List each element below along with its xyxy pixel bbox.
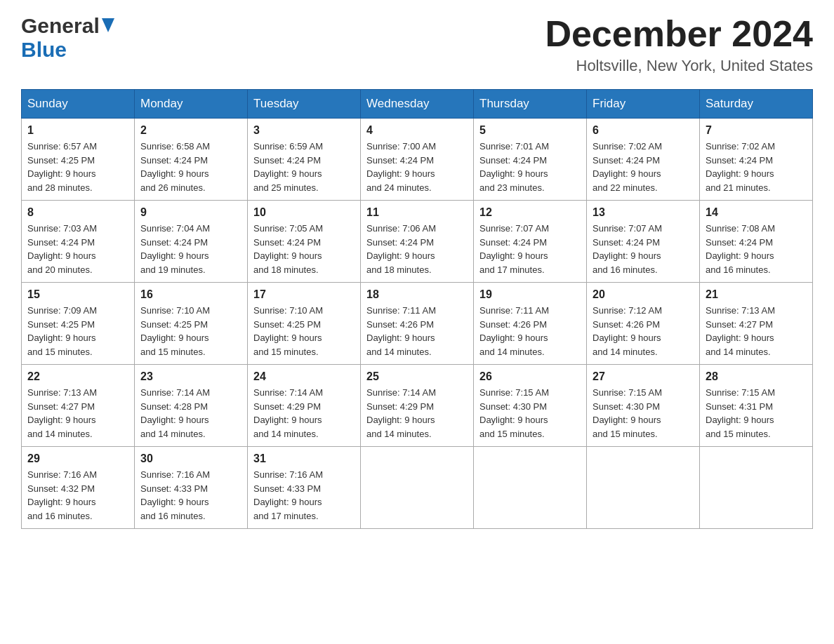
day-number: 18 bbox=[366, 288, 468, 301]
day-cell: 22 Sunrise: 7:13 AMSunset: 4:27 PMDaylig… bbox=[22, 365, 135, 447]
day-info: Sunrise: 7:13 AMSunset: 4:27 PMDaylight:… bbox=[706, 305, 775, 357]
day-cell bbox=[700, 447, 813, 529]
day-info: Sunrise: 7:10 AMSunset: 4:25 PMDaylight:… bbox=[140, 305, 210, 357]
day-number: 1 bbox=[27, 124, 128, 137]
day-cell: 29 Sunrise: 7:16 AMSunset: 4:32 PMDaylig… bbox=[22, 447, 135, 529]
day-info: Sunrise: 6:58 AMSunset: 4:24 PMDaylight:… bbox=[140, 141, 210, 193]
day-number: 25 bbox=[366, 370, 468, 383]
month-title: December 2024 bbox=[545, 14, 813, 54]
day-cell: 12 Sunrise: 7:07 AMSunset: 4:24 PMDaylig… bbox=[474, 201, 587, 283]
day-cell: 28 Sunrise: 7:15 AMSunset: 4:31 PMDaylig… bbox=[700, 365, 813, 447]
day-info: Sunrise: 7:05 AMSunset: 4:24 PMDaylight:… bbox=[253, 223, 323, 275]
day-cell: 3 Sunrise: 6:59 AMSunset: 4:24 PMDayligh… bbox=[248, 119, 361, 201]
day-cell: 20 Sunrise: 7:12 AMSunset: 4:26 PMDaylig… bbox=[587, 283, 700, 365]
day-info: Sunrise: 7:09 AMSunset: 4:25 PMDaylight:… bbox=[27, 305, 97, 357]
day-cell: 24 Sunrise: 7:14 AMSunset: 4:29 PMDaylig… bbox=[248, 365, 361, 447]
day-info: Sunrise: 6:59 AMSunset: 4:24 PMDaylight:… bbox=[253, 141, 323, 193]
week-row-2: 8 Sunrise: 7:03 AMSunset: 4:24 PMDayligh… bbox=[22, 201, 813, 283]
day-number: 26 bbox=[479, 370, 581, 383]
day-cell: 11 Sunrise: 7:06 AMSunset: 4:24 PMDaylig… bbox=[361, 201, 474, 283]
day-info: Sunrise: 7:12 AMSunset: 4:26 PMDaylight:… bbox=[593, 305, 662, 357]
day-number: 31 bbox=[253, 452, 355, 465]
day-number: 2 bbox=[140, 124, 241, 137]
day-number: 28 bbox=[706, 370, 807, 383]
day-cell bbox=[474, 447, 587, 529]
day-number: 24 bbox=[253, 370, 355, 383]
column-header-friday: Friday bbox=[587, 90, 700, 119]
day-number: 30 bbox=[140, 452, 241, 465]
day-number: 22 bbox=[27, 370, 128, 383]
day-cell: 14 Sunrise: 7:08 AMSunset: 4:24 PMDaylig… bbox=[700, 201, 813, 283]
header-row: SundayMondayTuesdayWednesdayThursdayFrid… bbox=[22, 90, 813, 119]
day-info: Sunrise: 7:02 AMSunset: 4:24 PMDaylight:… bbox=[706, 141, 775, 193]
page-header: General Blue December 2024 Holtsville, N… bbox=[21, 14, 813, 75]
week-row-3: 15 Sunrise: 7:09 AMSunset: 4:25 PMDaylig… bbox=[22, 283, 813, 365]
day-number: 19 bbox=[479, 288, 581, 301]
day-info: Sunrise: 7:07 AMSunset: 4:24 PMDaylight:… bbox=[593, 223, 662, 275]
day-number: 17 bbox=[253, 288, 355, 301]
day-cell: 23 Sunrise: 7:14 AMSunset: 4:28 PMDaylig… bbox=[135, 365, 248, 447]
day-info: Sunrise: 7:11 AMSunset: 4:26 PMDaylight:… bbox=[479, 305, 549, 357]
day-number: 14 bbox=[706, 206, 807, 219]
day-cell bbox=[587, 447, 700, 529]
day-info: Sunrise: 7:14 AMSunset: 4:28 PMDaylight:… bbox=[140, 387, 210, 439]
svg-marker-0 bbox=[102, 18, 114, 32]
day-cell: 30 Sunrise: 7:16 AMSunset: 4:33 PMDaylig… bbox=[135, 447, 248, 529]
day-info: Sunrise: 7:15 AMSunset: 4:30 PMDaylight:… bbox=[593, 387, 662, 439]
day-info: Sunrise: 7:14 AMSunset: 4:29 PMDaylight:… bbox=[253, 387, 323, 439]
day-number: 9 bbox=[140, 206, 241, 219]
week-row-4: 22 Sunrise: 7:13 AMSunset: 4:27 PMDaylig… bbox=[22, 365, 813, 447]
day-cell: 17 Sunrise: 7:10 AMSunset: 4:25 PMDaylig… bbox=[248, 283, 361, 365]
day-info: Sunrise: 7:07 AMSunset: 4:24 PMDaylight:… bbox=[479, 223, 549, 275]
day-cell: 7 Sunrise: 7:02 AMSunset: 4:24 PMDayligh… bbox=[700, 119, 813, 201]
day-cell: 10 Sunrise: 7:05 AMSunset: 4:24 PMDaylig… bbox=[248, 201, 361, 283]
day-number: 21 bbox=[706, 288, 807, 301]
day-cell: 25 Sunrise: 7:14 AMSunset: 4:29 PMDaylig… bbox=[361, 365, 474, 447]
title-area: December 2024 Holtsville, New York, Unit… bbox=[545, 14, 813, 75]
day-info: Sunrise: 7:16 AMSunset: 4:33 PMDaylight:… bbox=[253, 469, 323, 521]
day-info: Sunrise: 7:06 AMSunset: 4:24 PMDaylight:… bbox=[366, 223, 436, 275]
day-info: Sunrise: 7:03 AMSunset: 4:24 PMDaylight:… bbox=[27, 223, 97, 275]
day-info: Sunrise: 7:04 AMSunset: 4:24 PMDaylight:… bbox=[140, 223, 210, 275]
column-header-thursday: Thursday bbox=[474, 90, 587, 119]
week-row-5: 29 Sunrise: 7:16 AMSunset: 4:32 PMDaylig… bbox=[22, 447, 813, 529]
day-cell bbox=[361, 447, 474, 529]
day-info: Sunrise: 7:15 AMSunset: 4:31 PMDaylight:… bbox=[706, 387, 775, 439]
day-number: 11 bbox=[366, 206, 468, 219]
day-number: 15 bbox=[27, 288, 128, 301]
day-cell: 5 Sunrise: 7:01 AMSunset: 4:24 PMDayligh… bbox=[474, 119, 587, 201]
day-number: 4 bbox=[366, 124, 468, 137]
day-number: 10 bbox=[253, 206, 355, 219]
logo-arrow-icon bbox=[102, 18, 114, 34]
day-info: Sunrise: 7:10 AMSunset: 4:25 PMDaylight:… bbox=[253, 305, 323, 357]
day-number: 7 bbox=[706, 124, 807, 137]
day-number: 6 bbox=[593, 124, 694, 137]
day-info: Sunrise: 7:11 AMSunset: 4:26 PMDaylight:… bbox=[366, 305, 436, 357]
day-info: Sunrise: 7:16 AMSunset: 4:33 PMDaylight:… bbox=[140, 469, 210, 521]
day-info: Sunrise: 7:02 AMSunset: 4:24 PMDaylight:… bbox=[593, 141, 662, 193]
day-cell: 18 Sunrise: 7:11 AMSunset: 4:26 PMDaylig… bbox=[361, 283, 474, 365]
day-cell: 9 Sunrise: 7:04 AMSunset: 4:24 PMDayligh… bbox=[135, 201, 248, 283]
logo-blue-text: Blue bbox=[21, 38, 67, 61]
column-header-sunday: Sunday bbox=[22, 90, 135, 119]
day-number: 20 bbox=[593, 288, 694, 301]
day-info: Sunrise: 7:08 AMSunset: 4:24 PMDaylight:… bbox=[706, 223, 775, 275]
day-info: Sunrise: 6:57 AMSunset: 4:25 PMDaylight:… bbox=[27, 141, 97, 193]
week-row-1: 1 Sunrise: 6:57 AMSunset: 4:25 PMDayligh… bbox=[22, 119, 813, 201]
day-info: Sunrise: 7:01 AMSunset: 4:24 PMDaylight:… bbox=[479, 141, 549, 193]
day-info: Sunrise: 7:15 AMSunset: 4:30 PMDaylight:… bbox=[479, 387, 549, 439]
day-cell: 19 Sunrise: 7:11 AMSunset: 4:26 PMDaylig… bbox=[474, 283, 587, 365]
day-info: Sunrise: 7:13 AMSunset: 4:27 PMDaylight:… bbox=[27, 387, 97, 439]
day-cell: 1 Sunrise: 6:57 AMSunset: 4:25 PMDayligh… bbox=[22, 119, 135, 201]
day-cell: 6 Sunrise: 7:02 AMSunset: 4:24 PMDayligh… bbox=[587, 119, 700, 201]
calendar-table: SundayMondayTuesdayWednesdayThursdayFrid… bbox=[21, 89, 813, 529]
day-number: 13 bbox=[593, 206, 694, 219]
day-number: 5 bbox=[479, 124, 581, 137]
logo: General Blue bbox=[21, 14, 114, 62]
day-cell: 27 Sunrise: 7:15 AMSunset: 4:30 PMDaylig… bbox=[587, 365, 700, 447]
day-cell: 26 Sunrise: 7:15 AMSunset: 4:30 PMDaylig… bbox=[474, 365, 587, 447]
day-cell: 8 Sunrise: 7:03 AMSunset: 4:24 PMDayligh… bbox=[22, 201, 135, 283]
day-cell: 2 Sunrise: 6:58 AMSunset: 4:24 PMDayligh… bbox=[135, 119, 248, 201]
day-number: 29 bbox=[27, 452, 128, 465]
column-header-saturday: Saturday bbox=[700, 90, 813, 119]
